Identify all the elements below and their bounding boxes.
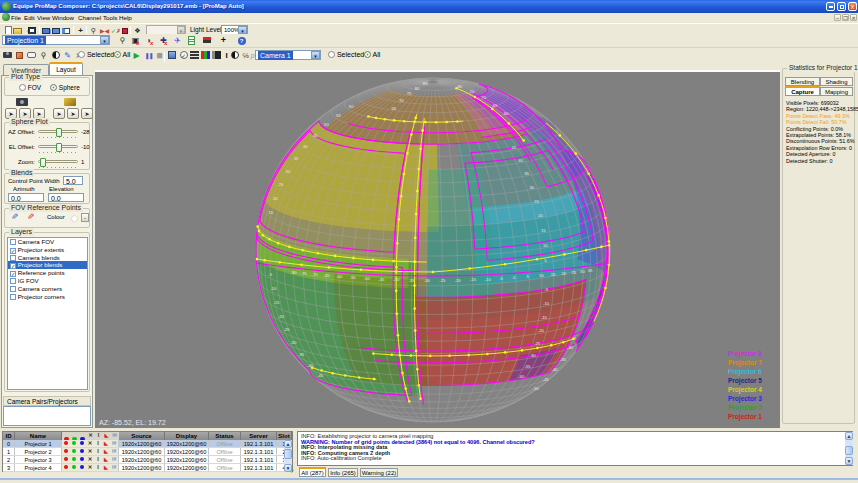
svg-text:-45: -45 xyxy=(543,377,550,382)
svg-text:-30: -30 xyxy=(424,278,431,283)
svg-text:30: 30 xyxy=(286,169,291,174)
svg-text:-45: -45 xyxy=(378,277,385,282)
svg-text:35: 35 xyxy=(588,268,593,273)
svg-text:-15: -15 xyxy=(273,300,280,305)
svg-text:-40: -40 xyxy=(518,374,525,379)
svg-text:65: 65 xyxy=(493,103,498,108)
svg-text:70: 70 xyxy=(481,95,486,100)
svg-text:50: 50 xyxy=(324,122,329,127)
svg-text:25: 25 xyxy=(571,270,576,275)
svg-text:-30: -30 xyxy=(290,340,297,345)
svg-text:10: 10 xyxy=(539,273,544,278)
svg-text:-50: -50 xyxy=(364,276,371,281)
svg-text:15: 15 xyxy=(541,228,546,233)
svg-text:-60: -60 xyxy=(336,274,343,279)
svg-text:20: 20 xyxy=(538,213,543,218)
svg-text:-10: -10 xyxy=(485,277,492,282)
svg-text:-80: -80 xyxy=(291,270,298,275)
svg-text:-55: -55 xyxy=(350,275,357,280)
svg-text:-35: -35 xyxy=(298,352,305,357)
svg-text:-5: -5 xyxy=(544,287,548,292)
svg-text:75: 75 xyxy=(407,91,412,96)
svg-text:45: 45 xyxy=(313,133,318,138)
svg-text:55: 55 xyxy=(336,113,341,118)
svg-text:-35: -35 xyxy=(560,357,567,362)
svg-text:25: 25 xyxy=(279,182,284,187)
svg-text:-35: -35 xyxy=(524,364,531,369)
svg-text:-20: -20 xyxy=(278,314,285,319)
svg-text:-25: -25 xyxy=(439,278,446,283)
svg-text:35: 35 xyxy=(294,156,299,161)
svg-text:35: 35 xyxy=(524,171,529,176)
svg-text:-40: -40 xyxy=(552,367,559,372)
svg-text:-65: -65 xyxy=(324,273,331,278)
svg-text:-50: -50 xyxy=(533,386,540,391)
svg-text:-30: -30 xyxy=(530,353,537,358)
svg-text:30: 30 xyxy=(580,269,585,274)
svg-text:80: 80 xyxy=(458,84,463,89)
svg-text:-10: -10 xyxy=(543,301,550,306)
svg-text:25: 25 xyxy=(534,199,539,204)
svg-text:-70: -70 xyxy=(312,272,319,277)
svg-text:-25: -25 xyxy=(283,327,290,332)
svg-text:-25: -25 xyxy=(534,341,541,346)
svg-text:-30: -30 xyxy=(567,345,574,350)
svg-text:-45: -45 xyxy=(317,373,324,378)
svg-text:85: 85 xyxy=(423,81,428,86)
svg-text:-75: -75 xyxy=(301,271,308,276)
svg-text:-35: -35 xyxy=(408,278,415,283)
svg-text:40: 40 xyxy=(518,158,523,163)
svg-text:80: 80 xyxy=(415,86,420,91)
svg-text:30: 30 xyxy=(530,185,535,190)
svg-text:-5: -5 xyxy=(268,272,272,277)
svg-text:-15: -15 xyxy=(470,277,477,282)
svg-text:45: 45 xyxy=(511,145,516,150)
svg-text:65: 65 xyxy=(391,106,396,111)
svg-text:40: 40 xyxy=(303,144,308,149)
svg-text:20: 20 xyxy=(562,271,567,276)
svg-text:75: 75 xyxy=(470,89,475,94)
svg-text:10: 10 xyxy=(543,243,548,248)
svg-text:-15: -15 xyxy=(541,315,548,320)
svg-text:15: 15 xyxy=(268,210,273,215)
svg-text:60: 60 xyxy=(349,104,354,109)
svg-text:-10: -10 xyxy=(270,286,277,291)
svg-text:20: 20 xyxy=(273,196,278,201)
svg-text:70: 70 xyxy=(399,98,404,103)
svg-text:-40: -40 xyxy=(393,277,400,282)
svg-text:15: 15 xyxy=(551,272,556,277)
svg-text:-5: -5 xyxy=(499,276,503,281)
svg-text:-20: -20 xyxy=(455,278,462,283)
svg-text:60: 60 xyxy=(504,111,509,116)
svg-text:-40: -40 xyxy=(307,363,314,368)
svg-text:-20: -20 xyxy=(538,328,545,333)
